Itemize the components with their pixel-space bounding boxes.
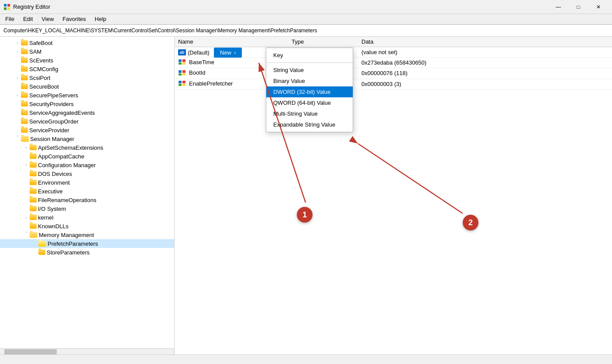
tree-item-label: PrefetchParameters [48,240,98,247]
submenu-item-binary-value[interactable]: Binary Value [266,76,353,86]
svg-rect-8 [179,70,182,73]
tree-item[interactable]: › Environment [0,178,174,187]
tree-item-label: ServiceGroupOrder [29,118,79,125]
tree-item-prefetch-parameters[interactable]: › PrefetchParameters [0,239,174,248]
maximize-button[interactable]: □ [568,0,588,14]
table-row[interactable]: BaseTime REG_DWORD 0x273edaba (658430650… [175,57,612,68]
svg-rect-4 [179,59,182,62]
tree-item-label: SafeBoot [29,40,53,46]
main-content: › SafeBoot › SAM › ScEvents › SCMConfig [0,37,612,354]
svg-rect-7 [182,62,186,65]
folder-icon [30,154,37,159]
address-bar: Computer\HKEY_LOCAL_MACHINE\SYSTEM\Curre… [0,24,612,37]
expand-arrow: › [16,135,20,142]
tree-item[interactable]: › SecurityProviders [0,100,174,108]
tree-item[interactable]: › ScsiPort [0,73,174,82]
tree-item-label: KnownDLLs [38,223,69,230]
submenu-item-qword-value[interactable]: QWORD (64-bit) Value [266,97,353,108]
tree-item-memory-management[interactable]: › Memory Management [0,230,174,239]
scrollbar-thumb[interactable] [4,349,57,354]
folder-icon [30,171,37,176]
tree-item[interactable]: › SafeBoot [0,38,174,47]
tree-panel[interactable]: › SafeBoot › SAM › ScEvents › SCMConfig [0,37,175,354]
svg-rect-0 [4,4,7,7]
tree-item-label: SCMConfig [29,66,58,72]
tree-item[interactable]: › ServiceGroupOrder [0,117,174,126]
reg-data: (value not set) [358,47,612,58]
folder-icon [30,162,37,168]
tree-item-label: SAM [29,48,41,55]
no-arrow: › [14,58,21,62]
tree-item[interactable]: › ServiceProvider [0,126,174,134]
folder-icon [21,119,28,124]
window-controls: — □ ✕ [548,0,609,14]
ab-icon: ab [178,49,186,55]
no-arrow: › [23,198,30,202]
no-arrow: › [14,111,21,115]
tree-item-label: SecureBoot [29,83,59,90]
tree-item-label: ScEvents [29,57,53,64]
reg-data: 0x00000003 (3) [358,79,612,89]
table-row[interactable]: BootId REG_DWORD 0x00000076 (118) [175,68,612,79]
tree-item[interactable]: › KnownDLLs [0,222,174,230]
tree-item[interactable]: › AppCompatCache [0,152,174,161]
submenu-item-multi-string[interactable]: Multi-String Value [266,108,353,119]
tree-item-label: I/O System [38,206,66,212]
horizontal-scrollbar[interactable] [0,348,174,354]
folder-icon [30,223,37,229]
folder-icon-selected [38,241,46,247]
tree-item[interactable]: › SecureBoot [0,82,174,91]
reg-data: 0x273edaba (658430650) [358,57,612,68]
submenu-item-string-value[interactable]: String Value [266,65,353,76]
svg-rect-5 [182,59,186,62]
submenu-item-dword-value[interactable]: DWORD (32-bit) Value [266,86,353,97]
folder-icon [21,66,28,72]
tree-item[interactable]: › ApiSetSchemaExtensions [0,143,174,152]
svg-rect-1 [7,4,10,7]
svg-rect-6 [179,62,182,65]
folder-icon [30,180,37,185]
tree-item[interactable]: › SCMConfig [0,65,174,73]
tree-item-label: StoreParameters [47,249,89,256]
close-button[interactable]: ✕ [588,0,609,14]
svg-rect-10 [179,73,182,76]
tree-item-label: ServiceProvider [29,127,69,134]
folder-icon [30,197,37,203]
new-submenu: Key String Value Binary Value DWORD (32-… [266,48,353,132]
tree-item-session-manager[interactable]: › Session Manager [0,134,174,143]
menu-favorites[interactable]: Favorites [59,15,89,23]
new-button-arrow: › [234,49,236,56]
no-arrow: › [23,155,30,158]
tree-item[interactable]: › Executive [0,187,174,196]
submenu-item-expandable-string[interactable]: Expandable String Value [266,119,353,130]
table-row[interactable]: EnablePrefetcher REG_DWORD 0x00000003 (3… [175,79,612,89]
menu-edit[interactable]: Edit [20,15,36,23]
menu-help[interactable]: Help [91,15,110,23]
submenu-divider [266,62,353,63]
menu-file[interactable]: File [2,15,18,23]
menu-view[interactable]: View [38,15,57,23]
title-bar: Registry Editor — □ ✕ [0,0,612,14]
svg-rect-13 [182,81,186,83]
tree-item[interactable]: › I/O System [0,204,174,213]
tree-item-label: ScsiPort [29,75,50,81]
tree-item[interactable]: › ServiceAggregatedEvents [0,108,174,117]
tree-item[interactable]: › kernel [0,213,174,222]
tree-item-label: ApiSetSchemaExtensions [38,144,103,151]
no-arrow: › [31,251,38,254]
svg-rect-2 [4,7,7,10]
tree-item[interactable]: › StoreParameters [0,248,174,257]
tree-item[interactable]: › FileRenameOperations [0,196,174,204]
tree-item[interactable]: › SAM [0,47,174,56]
svg-rect-14 [179,84,182,86]
expand-arrow: › [14,93,21,97]
minimize-button[interactable]: — [548,0,568,14]
tree-item-dos-devices[interactable]: › DOS Devices [0,169,174,178]
tree-item[interactable]: › ScEvents [0,56,174,65]
folder-icon [21,110,28,115]
new-button[interactable]: New › [214,48,242,58]
no-arrow: › [23,189,30,193]
tree-item[interactable]: › SecurePipeServers [0,91,174,100]
submenu-item-key[interactable]: Key [266,50,353,61]
tree-item-configuration-manager[interactable]: › Configuration Manager [0,161,174,169]
